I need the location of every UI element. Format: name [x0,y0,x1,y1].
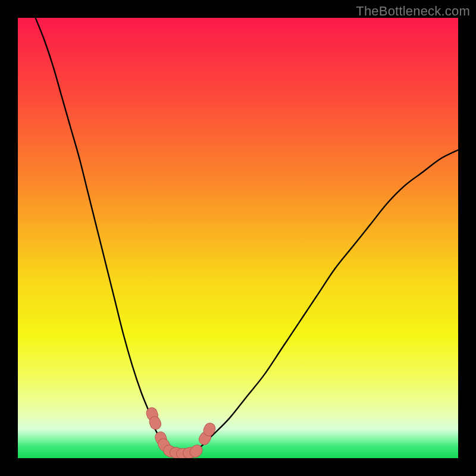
curve-layer [18,18,458,458]
chart-frame: TheBottleneck.com [0,0,476,476]
watermark-text: TheBottleneck.com [356,4,470,19]
optimal-zone-markers [145,406,217,458]
plot-area [18,18,458,458]
v-curve-path [36,18,458,454]
bottleneck-curve [36,18,458,454]
